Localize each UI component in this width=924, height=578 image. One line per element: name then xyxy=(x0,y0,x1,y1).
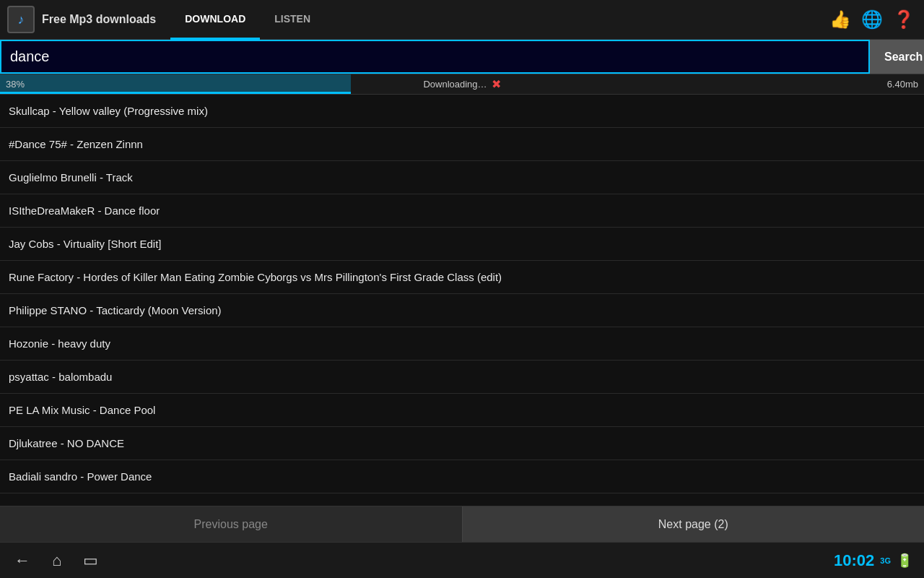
tab-listen[interactable]: LISTEN xyxy=(260,0,325,40)
next-page-button[interactable]: Next page (2) xyxy=(463,506,925,542)
list-item[interactable]: Skullcap - Yellow valley (Progressive mi… xyxy=(0,95,924,128)
thumbs-up-icon[interactable]: 👍 xyxy=(827,7,853,33)
list-item[interactable]: Badiali sandro - Power Dance xyxy=(0,460,924,493)
bottom-nav-icons: ← ⌂ ▭ xyxy=(14,551,98,570)
clock-display: 10:02 xyxy=(834,551,874,570)
signal-badge: 3G xyxy=(880,556,891,565)
search-input[interactable] xyxy=(0,40,870,74)
home-icon[interactable]: ⌂ xyxy=(52,551,61,570)
app-header: ♪ Free Mp3 downloads DOWNLOAD LISTEN 👍 🌐… xyxy=(0,0,924,40)
progress-track xyxy=(0,74,351,94)
music-icon: ♪ xyxy=(18,12,25,27)
list-item[interactable]: ISItheDreaMakeR - Dance floor xyxy=(0,194,924,228)
prev-page-button[interactable]: Previous page xyxy=(0,506,463,542)
progress-percent: 38% xyxy=(0,79,29,90)
recents-icon[interactable]: ▭ xyxy=(83,551,98,570)
search-bar: Search xyxy=(0,40,924,74)
search-button[interactable]: Search xyxy=(870,40,924,74)
list-item[interactable]: #Dance 75# - Riot xyxy=(0,493,924,506)
list-item[interactable]: Philippe STANO - Tacticardy (Moon Versio… xyxy=(0,294,924,327)
list-item[interactable]: Jay Cobs - Virtuality [Short Edit] xyxy=(0,228,924,261)
list-item[interactable]: Djlukatree - NO DANCE xyxy=(0,427,924,460)
app-logo-icon: ♪ xyxy=(7,6,35,33)
download-status: Downloading… ✖ xyxy=(423,77,500,91)
help-icon[interactable]: ❓ xyxy=(891,7,917,33)
downloading-label: Downloading… xyxy=(423,79,487,90)
list-item[interactable]: Rune Factory - Hordes of Killer Man Eati… xyxy=(0,261,924,294)
list-item[interactable]: Guglielmo Brunelli - Track xyxy=(0,161,924,194)
song-list: Skullcap - Yellow valley (Progressive mi… xyxy=(0,95,924,506)
back-icon[interactable]: ← xyxy=(14,551,30,570)
progress-fill xyxy=(0,92,351,94)
list-item[interactable]: psyattac - balombadu xyxy=(0,361,924,394)
list-item[interactable]: PE LA Mix Music - Dance Pool xyxy=(0,394,924,427)
globe-icon[interactable]: 🌐 xyxy=(859,7,885,33)
download-bar: 38% Downloading… ✖ 6.40mb xyxy=(0,74,924,95)
app-logo: ♪ Free Mp3 downloads xyxy=(7,6,156,33)
header-icons: 👍 🌐 ❓ xyxy=(827,7,917,33)
pagination: Previous page Next page (2) xyxy=(0,506,924,542)
file-size: 6.40mb xyxy=(887,79,918,90)
app-title: Free Mp3 downloads xyxy=(42,13,156,26)
battery-icon: 🔋 xyxy=(897,553,912,569)
status-right: 10:02 3G 🔋 xyxy=(834,551,912,570)
list-item[interactable]: #Dance 75# - Zenzen Zinnn xyxy=(0,128,924,161)
nav-tabs: DOWNLOAD LISTEN xyxy=(170,0,325,40)
cancel-download-icon[interactable]: ✖ xyxy=(492,77,501,91)
list-item[interactable]: Hozonie - heavy duty xyxy=(0,327,924,361)
tab-download[interactable]: DOWNLOAD xyxy=(170,0,260,40)
bottom-nav: ← ⌂ ▭ 10:02 3G 🔋 xyxy=(0,542,924,578)
